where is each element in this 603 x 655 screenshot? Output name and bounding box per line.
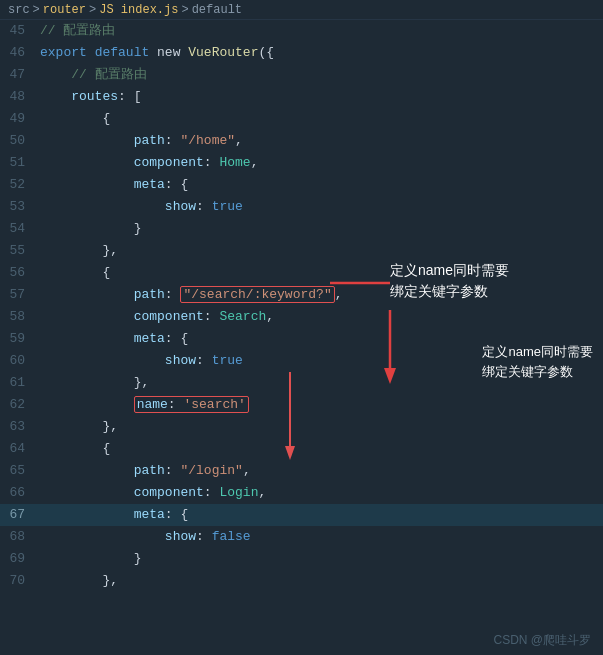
line-content-52: meta: { [35,174,603,196]
line-num-64: 64 [0,438,35,460]
watermark: CSDN @爬哇斗罗 [493,632,591,649]
code-line-62: 62 name: 'search' 定义name同时需要 绑定关键字参数 [0,394,603,416]
code-line-49: 49 { [0,108,603,130]
code-line-48: 48 routes: [ [0,86,603,108]
line-content-55: }, [35,240,603,262]
line-content-57: path: "/search/:keyword?", [35,284,603,306]
code-container: 45 // 配置路由 46 export default new VueRout… [0,20,603,655]
code-line-64: 64 { [0,438,603,460]
line-content-64: { [35,438,603,460]
breadcrumb-router: router [43,3,86,17]
code-line-67: 67 meta: { [0,504,603,526]
line-num-50: 50 [0,130,35,152]
code-line-63: 63 }, [0,416,603,438]
line-num-67: 67 [0,504,35,526]
code-line-46: 46 export default new VueRouter({ [0,42,603,64]
breadcrumb-src: src [8,3,30,17]
line-num-51: 51 [0,152,35,174]
line-num-59: 59 [0,328,35,350]
line-num-65: 65 [0,460,35,482]
breadcrumb-sep2: > [89,3,96,17]
line-num-57: 57 [0,284,35,306]
breadcrumb-bar: src > router > JS index.js > default [0,0,603,20]
line-content-50: path: "/home", [35,130,603,152]
code-line-55: 55 }, [0,240,603,262]
line-num-61: 61 [0,372,35,394]
code-line-68: 68 show: false [0,526,603,548]
line-num-53: 53 [0,196,35,218]
code-line-65: 65 path: "/login", [0,460,603,482]
annotation-text: 定义name同时需要 绑定关键字参数 [482,342,593,381]
code-line-69: 69 } [0,548,603,570]
line-num-62: 62 [0,394,35,416]
line-content-54: } [35,218,603,240]
line-num-47: 47 [0,64,35,86]
line-content-45: // 配置路由 [35,20,603,42]
code-line-66: 66 component: Login, [0,482,603,504]
code-line-70: 70 }, [0,570,603,592]
line-content-58: component: Search, [35,306,603,328]
code-line-56: 56 { [0,262,603,284]
line-num-60: 60 [0,350,35,372]
line-num-49: 49 [0,108,35,130]
code-line-51: 51 component: Home, [0,152,603,174]
line-num-69: 69 [0,548,35,570]
line-num-55: 55 [0,240,35,262]
line-content-47: // 配置路由 [35,64,603,86]
line-num-46: 46 [0,42,35,64]
line-num-52: 52 [0,174,35,196]
code-line-47: 47 // 配置路由 [0,64,603,86]
breadcrumb-sep3: > [181,3,188,17]
code-line-53: 53 show: true [0,196,603,218]
line-content-46: export default new VueRouter({ [35,42,603,64]
line-num-48: 48 [0,86,35,108]
code-line-52: 52 meta: { [0,174,603,196]
line-content-48: routes: [ [35,86,603,108]
line-content-53: show: true [35,196,603,218]
code-line-45: 45 // 配置路由 [0,20,603,42]
line-content-56: { [35,262,603,284]
code-line-54: 54 } [0,218,603,240]
line-num-56: 56 [0,262,35,284]
line-num-58: 58 [0,306,35,328]
line-content-70: }, [35,570,603,592]
code-line-57: 57 path: "/search/:keyword?", [0,284,603,306]
line-num-45: 45 [0,20,35,42]
code-line-58: 58 component: Search, [0,306,603,328]
line-content-51: component: Home, [35,152,603,174]
code-line-50: 50 path: "/home", [0,130,603,152]
line-content-67: meta: { [35,504,603,526]
line-num-68: 68 [0,526,35,548]
breadcrumb-file: JS index.js [99,3,178,17]
line-content-69: } [35,548,603,570]
line-num-63: 63 [0,416,35,438]
line-num-70: 70 [0,570,35,592]
line-content-68: show: false [35,526,603,548]
breadcrumb-sep1: > [33,3,40,17]
breadcrumb-symbol: default [192,3,242,17]
line-content-66: component: Login, [35,482,603,504]
line-content-49: { [35,108,603,130]
line-num-66: 66 [0,482,35,504]
line-content-63: }, [35,416,603,438]
line-num-54: 54 [0,218,35,240]
line-content-65: path: "/login", [35,460,603,482]
